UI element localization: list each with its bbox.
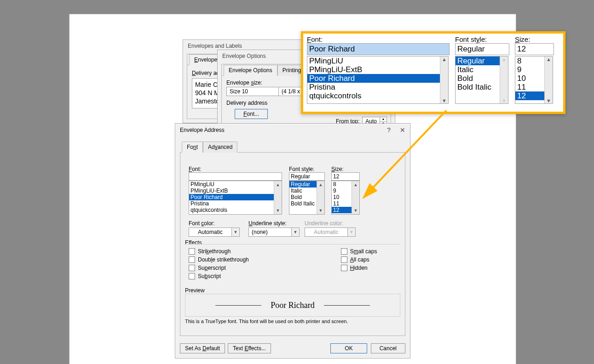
font-name-input[interactable]: [307, 43, 450, 55]
font-style-label: Font style:: [455, 35, 509, 43]
tab-envelope-options[interactable]: Envelope Options: [224, 65, 277, 76]
underline-color-label: Underline color:: [305, 220, 356, 227]
set-as-default-button[interactable]: Set As Default: [180, 343, 225, 353]
chevron-down-icon: ▼: [347, 228, 355, 236]
underline-style-label: Underline style:: [248, 220, 300, 227]
scrollbar: ▲▼: [500, 57, 508, 103]
dialog-title: Envelope Address: [180, 127, 225, 133]
font-style-list[interactable]: Regular Italic Bold Bold Italic ▲▼: [455, 56, 508, 104]
font-name-list[interactable]: PMingLiU PMingLiU-ExtB Poor Richard Pris…: [307, 56, 449, 104]
checkbox-strikethrough[interactable]: Strikethrough: [189, 248, 249, 255]
size-list[interactable]: 8 9 10 11 12 ▲▼: [331, 181, 360, 215]
close-icon[interactable]: ✕: [400, 126, 405, 134]
help-icon[interactable]: ?: [387, 126, 391, 134]
preview-label: Preview: [185, 287, 205, 294]
checkbox-superscript[interactable]: Superscript: [189, 265, 249, 271]
size-label: Size:: [515, 35, 554, 43]
font-style-list[interactable]: Regular Italic Bold Bold Italic ▲▼: [289, 181, 325, 215]
envelope-size-value[interactable]: Size 10: [226, 87, 279, 96]
underline-color-combo: Automatic ▼: [305, 228, 356, 237]
scrollbar[interactable]: ▲▼: [440, 57, 448, 103]
checkbox-hidden[interactable]: Hidden: [341, 265, 377, 271]
font-style-input[interactable]: [455, 43, 509, 55]
font-label: Font:: [189, 166, 282, 172]
scrollbar[interactable]: ▲▼: [352, 181, 359, 214]
scrollbar: ▲▼: [317, 181, 324, 214]
size-input[interactable]: [515, 43, 554, 55]
tab-advanced[interactable]: Advanced: [203, 142, 237, 153]
scrollbar[interactable]: ▲▼: [274, 181, 282, 214]
scrollbar[interactable]: ▲▼: [544, 57, 553, 103]
spinner-up-icon[interactable]: ▲: [380, 117, 386, 122]
font-style-label: Font style:: [289, 166, 325, 172]
font-color-label: Font color:: [189, 220, 240, 227]
font-name-list[interactable]: PMingLiU PMingLiU-ExtB Poor Richard Pris…: [189, 181, 282, 215]
preview-box: Poor Richard: [185, 294, 400, 317]
envelope-address-dialog: Envelope Address ? ✕ Font Advanced Font:…: [175, 123, 410, 358]
tab-font[interactable]: Font: [182, 142, 203, 153]
checkbox-small-caps[interactable]: Small caps: [341, 248, 377, 255]
text-effects-button[interactable]: Text Effects...: [228, 343, 271, 353]
font-color-combo[interactable]: Automatic ▼: [189, 228, 240, 237]
zoom-callout: Font: PMingLiU PMingLiU-ExtB Poor Richar…: [301, 31, 565, 114]
chevron-down-icon: ▼: [231, 228, 239, 236]
chevron-down-icon: ▼: [291, 228, 299, 236]
preview-text: Poor Richard: [271, 301, 314, 310]
preview-footnote: This is a TrueType font. This font will …: [185, 318, 348, 324]
underline-style-combo[interactable]: (none) ▼: [248, 228, 300, 237]
font-name-input[interactable]: [189, 172, 282, 181]
font-button[interactable]: Font...: [235, 109, 268, 119]
font-style-input[interactable]: [289, 172, 325, 181]
size-input[interactable]: [331, 172, 360, 181]
checkbox-double-strikethrough[interactable]: Double strikethrough: [189, 256, 249, 263]
checkbox-all-caps[interactable]: All caps: [341, 256, 377, 263]
font-label: Font:: [307, 35, 450, 43]
checkbox-subscript[interactable]: Subscript: [189, 273, 249, 279]
size-label: Size:: [331, 166, 360, 172]
ok-button[interactable]: OK: [330, 343, 367, 353]
size-list[interactable]: 8 9 10 11 12 ▲▼: [515, 56, 553, 104]
cancel-button[interactable]: Cancel: [371, 343, 405, 353]
